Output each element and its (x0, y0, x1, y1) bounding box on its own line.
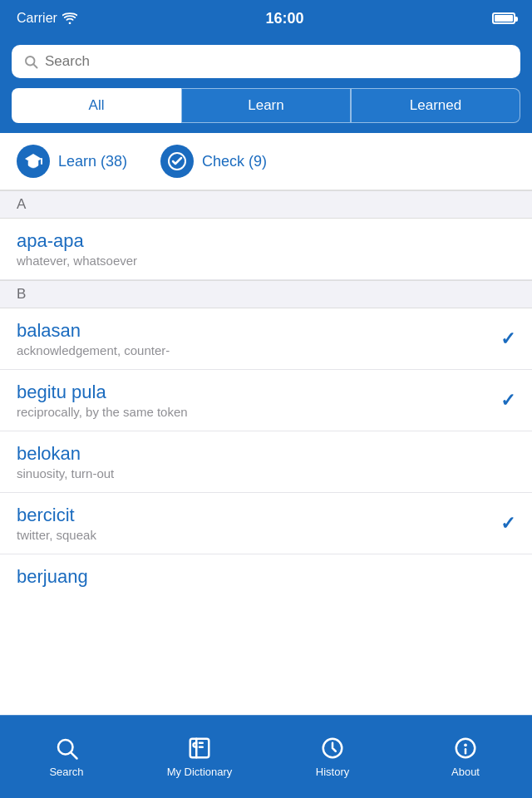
list-item[interactable]: apa-apa whatever, whatsoever (0, 219, 532, 280)
word-definition: reciprocally, by the same token (17, 405, 492, 419)
learn-item[interactable]: Learn (38) (17, 145, 127, 178)
tab-learned[interactable]: Learned (351, 88, 520, 123)
word-definition: whatever, whatsoever (17, 254, 515, 268)
search-input[interactable] (45, 53, 509, 70)
status-bar: Carrier 16:00 (0, 0, 532, 37)
tab-about[interactable]: About (399, 716, 532, 798)
top-tab-bar: All Learn Learned (0, 88, 532, 133)
graduation-cap-icon (17, 145, 50, 178)
learn-check-row: Learn (38) Check (9) (0, 133, 532, 190)
section-header-a: A (0, 190, 532, 219)
search-bar (0, 37, 532, 88)
check-mark: ✓ (500, 390, 515, 411)
book-icon (187, 736, 212, 761)
word-title: begitu pula (17, 382, 492, 403)
tab-learn[interactable]: Learn (181, 88, 351, 123)
word-list: A apa-apa whatever, whatsoever B balasan… (0, 190, 532, 712)
list-item[interactable]: balasan acknowledgement, counter- ✓ (0, 308, 532, 370)
check-circle-icon (160, 145, 194, 178)
word-definition: acknowledgement, counter- (17, 343, 492, 357)
tab-search-label: Search (49, 766, 83, 778)
info-icon (453, 736, 478, 761)
check-item[interactable]: Check (9) (160, 145, 267, 178)
carrier-wifi: Carrier (17, 11, 77, 26)
battery-icon (492, 12, 515, 24)
word-title: balasan (17, 320, 492, 342)
learn-label: Learn (38) (58, 153, 127, 170)
list-item[interactable]: begitu pula reciprocally, by the same to… (0, 370, 532, 431)
check-mark: ✓ (500, 328, 515, 350)
tab-dictionary-label: My Dictionary (167, 766, 233, 778)
search-input-wrap[interactable] (12, 45, 520, 78)
svg-line-1 (33, 64, 37, 67)
search-icon (23, 54, 38, 69)
check-mark: ✓ (500, 513, 515, 534)
check-label: Check (9) (202, 153, 267, 170)
word-title: berjuang (17, 566, 515, 588)
clock-icon (320, 736, 345, 761)
list-item[interactable]: berjuang (0, 554, 532, 601)
tab-my-dictionary[interactable]: My Dictionary (133, 716, 266, 798)
tab-search[interactable]: Search (0, 716, 133, 798)
status-time: 16:00 (265, 10, 303, 27)
tab-history-label: History (316, 766, 349, 778)
wifi-icon (62, 12, 77, 24)
carrier-label: Carrier (17, 11, 57, 26)
word-title: apa-apa (17, 230, 515, 252)
tab-history[interactable]: History (266, 716, 399, 798)
list-item[interactable]: bercicit twitter, squeak ✓ (0, 493, 532, 554)
tab-about-label: About (451, 766, 480, 778)
tab-all[interactable]: All (12, 88, 181, 123)
svg-line-6 (71, 753, 77, 759)
section-header-b: B (0, 280, 532, 308)
word-title: belokan (17, 443, 515, 465)
list-item[interactable]: belokan sinuosity, turn-out (0, 431, 532, 493)
word-definition: twitter, squeak (17, 528, 492, 542)
bottom-tab-bar: Search My Dictionary History About (0, 715, 532, 798)
word-title: bercicit (17, 505, 492, 526)
word-definition: sinuosity, turn-out (17, 466, 515, 480)
search-icon (54, 736, 79, 761)
